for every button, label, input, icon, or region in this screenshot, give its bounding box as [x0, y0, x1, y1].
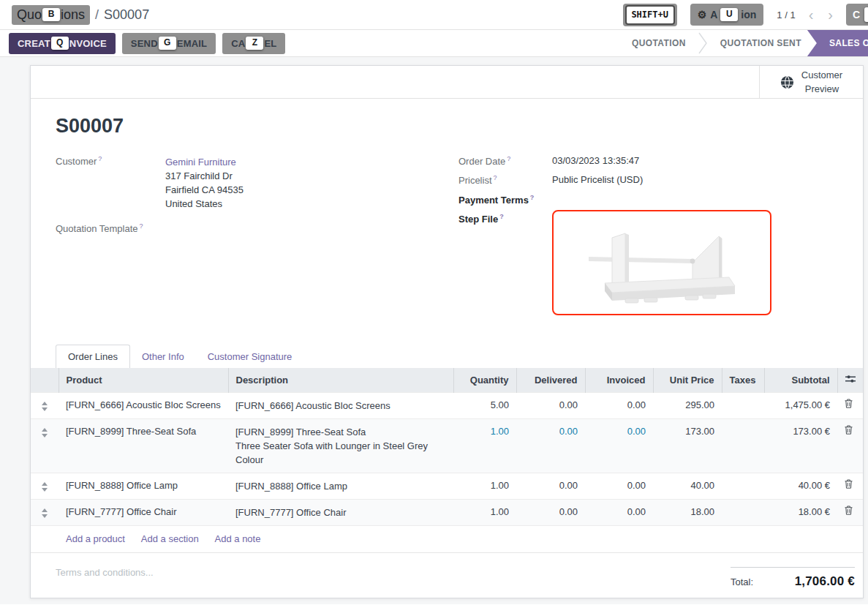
drag-handle-icon[interactable] [38, 399, 51, 411]
cell-invoiced[interactable]: 0.00 [585, 418, 653, 473]
pager-previous-icon[interactable]: ‹ [809, 7, 814, 22]
cell-product[interactable]: [FURN_8888] Office Lamp [59, 473, 228, 499]
cell-delivered[interactable]: 0.00 [516, 499, 585, 525]
stage-sales-order[interactable]: SALES ORDER [807, 30, 868, 56]
cell-delivered[interactable]: 0.00 [516, 473, 585, 499]
order-line-row[interactable]: [FURN_8999] Three-Seat Sofa [FURN_8999] … [31, 418, 864, 473]
stage-quotation-sent[interactable]: QUOTATION SENT [708, 30, 814, 56]
order-lines-table: Product Description Quantity Delivered I… [31, 368, 864, 553]
breadcrumb-quotations[interactable]: QuoBions [12, 5, 90, 25]
trash-icon [845, 425, 853, 435]
cell-description[interactable]: [FURN_8888] Office Lamp [228, 473, 453, 499]
order-total: Total: 1,706.00 € [731, 567, 855, 589]
drag-handle-icon[interactable] [38, 425, 51, 437]
step-file-label: Step File? [458, 213, 552, 315]
column-header-description[interactable]: Description [228, 368, 453, 393]
delete-row-button[interactable] [837, 392, 864, 418]
shortcut-badge-b: B [42, 8, 60, 21]
cancel-label-left: CA [231, 38, 245, 49]
sheet-button-box: CustomerPreview [31, 66, 863, 99]
breadcrumb-separator: / [95, 7, 99, 23]
order-line-row[interactable]: [FURN_6666] Acoustic Bloc Screens [FURN_… [31, 392, 864, 418]
cell-taxes[interactable] [722, 473, 764, 499]
cell-subtotal: 40.00 € [764, 473, 837, 499]
add-a-section-link[interactable]: Add a section [141, 533, 199, 544]
help-icon: ? [140, 222, 143, 230]
create-invoice-button[interactable]: CREATQNVOICE [9, 33, 116, 54]
cell-description[interactable]: [FURN_6666] Acoustic Bloc Screens [228, 392, 453, 418]
optional-columns-button[interactable] [837, 368, 864, 393]
cell-taxes[interactable] [722, 392, 764, 418]
column-header-product[interactable]: Product [59, 368, 228, 393]
cell-quantity[interactable]: 1.00 [453, 499, 516, 525]
cell-unit-price[interactable]: 18.00 [653, 499, 722, 525]
odoo-sales-order-screen: QuoBions / S00007 SHIFT+U ⚙AUion 1 / 1 ‹… [0, 0, 868, 605]
column-header-subtotal[interactable]: Subtotal [764, 368, 837, 393]
pricelist-value[interactable]: Public Pricelist (USD) [552, 174, 643, 186]
add-a-product-link[interactable]: Add a product [66, 533, 125, 544]
drag-handle-icon[interactable] [38, 506, 51, 518]
cell-unit-price[interactable]: 295.00 [653, 392, 722, 418]
field-column-right: Order Date? 03/03/2023 13:35:47 Pricelis… [447, 155, 863, 323]
payment-terms-label: Payment Terms? [458, 194, 552, 206]
statusbar-separator-icon [698, 30, 708, 56]
cell-quantity[interactable]: 1.00 [453, 418, 516, 473]
order-line-row[interactable]: [FURN_8888] Office Lamp [FURN_8888] Offi… [31, 473, 864, 499]
cell-product[interactable]: [FURN_8999] Three-Seat Sofa [59, 418, 228, 473]
cell-delivered[interactable]: 0.00 [516, 392, 585, 418]
breadcrumb-current: S00007 [104, 7, 149, 23]
customer-address-line: 317 Fairchild Dr [165, 169, 244, 183]
customer-value: Gemini Furniture 317 Fairchild Dr Fairfi… [165, 155, 244, 211]
tab-customer-signature[interactable]: Customer Signature [196, 345, 304, 368]
cell-taxes[interactable] [722, 499, 764, 525]
delete-row-button[interactable] [837, 499, 864, 525]
cell-subtotal: 1,475.00 € [764, 392, 837, 418]
order-date-value[interactable]: 03/03/2023 13:35:47 [552, 155, 639, 167]
terms-and-conditions-input[interactable]: Terms and conditions... [56, 567, 154, 589]
column-header-invoiced[interactable]: Invoiced [585, 368, 653, 393]
cell-delivered[interactable]: 0.00 [516, 418, 585, 473]
order-line-row[interactable]: [FURN_7777] Office Chair [FURN_7777] Off… [31, 499, 864, 525]
customer-preview-button[interactable]: CustomerPreview [759, 66, 863, 98]
table-footer-links-row: Add a product Add a section Add a note [31, 525, 864, 552]
tab-other-info[interactable]: Other Info [130, 345, 196, 368]
cell-description[interactable]: [FURN_7777] Office Chair [228, 499, 453, 525]
cell-subtotal: 18.00 € [764, 499, 837, 525]
customer-address-line: Fairfield CA 94535 [165, 183, 244, 197]
column-header-taxes[interactable]: Taxes [722, 368, 764, 393]
send-email-button[interactable]: SENDGEMAIL [122, 33, 216, 54]
cell-unit-price[interactable]: 173.00 [653, 418, 722, 473]
column-header-delivered[interactable]: Delivered [516, 368, 585, 393]
stage-quotation[interactable]: QUOTATION [619, 30, 698, 56]
column-header-unit-price[interactable]: Unit Price [653, 368, 722, 393]
order-date-label: Order Date? [458, 155, 552, 167]
customer-link[interactable]: Gemini Furniture [165, 155, 244, 169]
create-invoice-label-left: CREAT [18, 38, 50, 49]
cell-invoiced[interactable]: 0.00 [585, 473, 653, 499]
breadcrumb-quotations-left: Quo [17, 7, 42, 23]
settings-button[interactable]: SHIFT+U [623, 4, 677, 26]
step-file-3d-preview[interactable] [552, 210, 771, 315]
cell-quantity[interactable]: 1.00 [453, 473, 516, 499]
cell-product[interactable]: [FURN_6666] Acoustic Bloc Screens [59, 392, 228, 418]
cell-invoiced[interactable]: 0.00 [585, 499, 653, 525]
sales-order-sheet: CustomerPreview S00007 Customer? Gemini … [30, 65, 864, 598]
cancel-button[interactable]: CAZEL [222, 33, 285, 54]
shortcut-badge-u: U [720, 8, 738, 21]
cell-invoiced[interactable]: 0.00 [585, 392, 653, 418]
tab-order-lines[interactable]: Order Lines [56, 345, 130, 368]
action-menu-button[interactable]: ⚙AUion [690, 4, 764, 26]
column-header-quantity[interactable]: Quantity [453, 368, 516, 393]
cell-quantity[interactable]: 5.00 [453, 392, 516, 418]
cell-product[interactable]: [FURN_7777] Office Chair [59, 499, 228, 525]
cell-unit-price[interactable]: 40.00 [653, 473, 722, 499]
drag-handle-icon[interactable] [38, 479, 51, 492]
delete-row-button[interactable] [837, 418, 864, 473]
pager-next-icon[interactable]: › [828, 7, 833, 22]
cell-taxes[interactable] [722, 418, 764, 473]
cell-description[interactable]: [FURN_8999] Three-Seat Sofa Three Seater… [228, 418, 453, 473]
create-button[interactable]: C [846, 4, 868, 26]
add-a-note-link[interactable]: Add a note [215, 533, 261, 544]
field-order-date: Order Date? 03/03/2023 13:35:47 [447, 155, 863, 167]
delete-row-button[interactable] [837, 473, 864, 499]
